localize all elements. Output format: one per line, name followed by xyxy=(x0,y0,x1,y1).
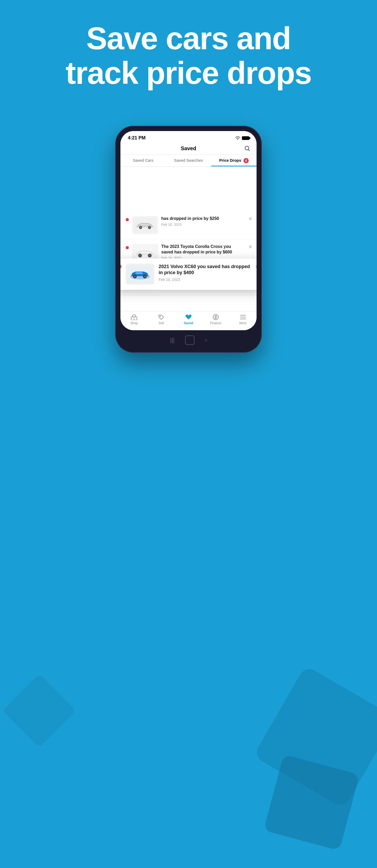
more-icon-svg xyxy=(240,314,246,320)
android-home-icon[interactable] xyxy=(185,336,195,345)
more-icon xyxy=(239,314,247,320)
content-area: 2021 Volvo XC60 you saved has dropped in… xyxy=(121,211,256,311)
sell-icon-svg xyxy=(158,314,165,320)
item-unread-dot-2 xyxy=(126,246,129,249)
item-car-image-1 xyxy=(132,216,158,234)
phone-screen: 4:21 PM Saved xyxy=(121,131,256,330)
item-content-2: The 2023 Toyota Corolla Cross you saved … xyxy=(161,244,251,260)
hero-title: Save cars and track price drops xyxy=(21,21,356,90)
nav-item-saved[interactable]: Saved xyxy=(175,314,202,325)
item-date-1: Feb 10, 2023 xyxy=(161,222,251,226)
phone-frame: 4:21 PM Saved xyxy=(115,126,262,353)
header-title: Saved xyxy=(181,146,196,152)
notif-unread-dot xyxy=(121,265,122,268)
svg-point-14 xyxy=(139,254,141,256)
notif-date: Feb 10, 2023 xyxy=(159,278,250,282)
shop-icon-svg xyxy=(131,314,137,320)
nav-item-sell[interactable]: Sell xyxy=(148,314,175,325)
bg-shape-3 xyxy=(2,674,76,748)
saved-icon xyxy=(185,314,192,320)
item-close-button-2[interactable]: ✕ xyxy=(248,244,252,250)
android-recents-icon[interactable]: ||| xyxy=(170,337,175,344)
wifi-icon xyxy=(235,136,240,140)
phone-mockup: 4:21 PM Saved xyxy=(115,126,262,353)
notif-content: 2021 Volvo XC60 you saved has dropped in… xyxy=(159,264,250,282)
svg-point-4 xyxy=(134,275,136,278)
search-icon xyxy=(244,145,250,152)
phone-nav-bar: ||| ‹ xyxy=(121,330,256,347)
shop-icon xyxy=(130,314,138,320)
status-icons xyxy=(235,136,249,140)
hero-section: Save cars and track price drops xyxy=(0,21,377,90)
empty-space xyxy=(121,296,256,311)
notification-popup: 2021 Volvo XC60 you saved has dropped in… xyxy=(121,258,256,290)
item-title-2: The 2023 Toyota Corolla Cross you saved … xyxy=(161,244,251,255)
svg-point-24 xyxy=(160,316,161,317)
nav-label-more: More xyxy=(239,321,246,325)
nav-label-sell: Sell xyxy=(159,321,164,325)
nav-label-finance: Finance xyxy=(210,321,221,325)
car-image-svg-1 xyxy=(133,217,157,233)
nav-item-shop[interactable]: Shop xyxy=(121,314,148,325)
item-content-1: has dropped in price by $250 Feb 10, 202… xyxy=(161,216,251,226)
tab-price-drops[interactable]: Price Drops 4 xyxy=(211,155,256,166)
search-button[interactable] xyxy=(244,145,250,153)
saved-icon-svg xyxy=(185,314,192,320)
android-back-icon[interactable]: ‹ xyxy=(205,337,207,344)
svg-point-16 xyxy=(149,254,151,256)
volvo-xc60-image xyxy=(127,266,153,283)
svg-point-11 xyxy=(149,227,150,228)
finance-icon xyxy=(212,314,219,320)
battery-icon xyxy=(242,136,249,140)
notif-car-image xyxy=(126,264,155,285)
status-bar: 4:21 PM xyxy=(121,131,256,143)
sell-icon xyxy=(158,314,165,320)
tabs-container: Saved Cars Saved Searches Price Drops 4 xyxy=(121,155,256,167)
nav-item-finance[interactable]: Finance xyxy=(202,314,229,325)
nav-label-saved: Saved xyxy=(184,321,193,325)
price-drops-badge: 4 xyxy=(243,158,249,163)
price-drop-item[interactable]: has dropped in price by $250 Feb 10, 202… xyxy=(121,211,256,239)
tab-saved-searches[interactable]: Saved Searches xyxy=(166,155,211,166)
finance-icon-svg xyxy=(212,314,219,320)
nav-label-shop: Shop xyxy=(130,321,138,325)
item-unread-dot xyxy=(126,218,129,221)
status-time: 4:21 PM xyxy=(128,135,145,141)
item-close-button-1[interactable]: ✕ xyxy=(248,216,252,222)
bottom-nav: Shop Sell xyxy=(121,311,256,330)
svg-point-9 xyxy=(140,227,141,228)
notif-close-button[interactable]: ✕ xyxy=(255,264,256,270)
app-header: Saved xyxy=(121,143,256,155)
item-title-1: has dropped in price by $250 xyxy=(161,216,251,221)
tab-saved-cars[interactable]: Saved Cars xyxy=(121,155,166,166)
svg-point-6 xyxy=(144,275,146,278)
notif-title: 2021 Volvo XC60 you saved has dropped in… xyxy=(159,264,250,276)
nav-item-more[interactable]: More xyxy=(229,314,256,325)
